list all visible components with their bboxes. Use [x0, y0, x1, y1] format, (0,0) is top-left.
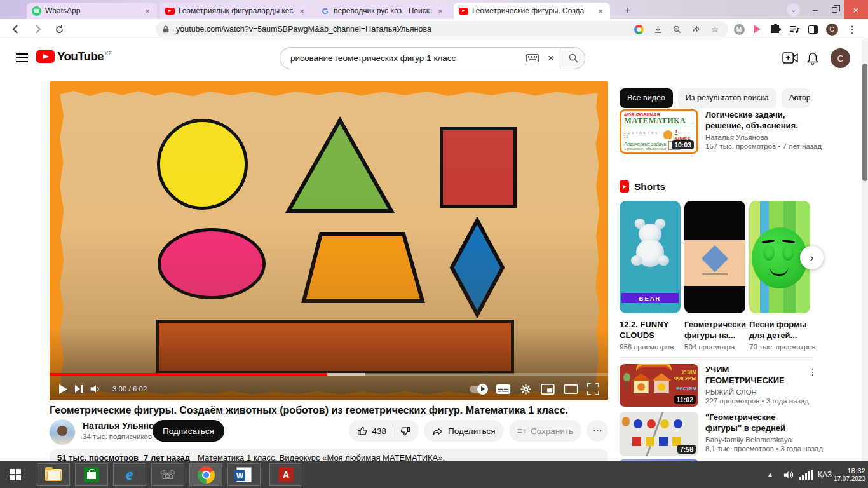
- tab-close-icon[interactable]: ×: [436, 6, 445, 16]
- divider: [620, 357, 813, 358]
- extensions-puzzle-icon[interactable]: [768, 22, 782, 36]
- guide-menu-icon[interactable]: [16, 53, 28, 62]
- start-button[interactable]: [0, 461, 31, 488]
- short-2[interactable]: [684, 201, 745, 313]
- short-3-caption[interactable]: Песни формы для детей... 70 тыс. просмот…: [749, 319, 811, 351]
- taskbar-ie-button[interactable]: e: [113, 463, 146, 486]
- new-tab-button[interactable]: +: [620, 3, 635, 18]
- subtitles-icon[interactable]: [496, 379, 511, 398]
- short-1[interactable]: BEAR: [620, 201, 681, 313]
- related-channel[interactable]: Baby-family Belomorskaya: [705, 436, 810, 444]
- window-minimize-button[interactable]: –: [806, 0, 825, 19]
- dislike-icon[interactable]: [400, 426, 410, 437]
- scrollbar-thumb[interactable]: [862, 64, 867, 181]
- shorts-icon: [620, 180, 629, 193]
- video-thumbnail[interactable]: УЧИМ ФИГУРЫ РИСУЕМ 11:02: [620, 364, 698, 407]
- tray-show-hidden-icon[interactable]: ▲: [763, 461, 778, 488]
- video-thumbnail[interactable]: МОЯ ЛЮБИМАЯ МАТЕМАТИКА 1 2 3 4 5 6 7 8 9…: [620, 109, 698, 154]
- tab-close-icon[interactable]: ×: [143, 6, 152, 16]
- tab-youtube-active[interactable]: Геометрические фигуры. Созда ×: [454, 3, 610, 19]
- volume-icon[interactable]: [90, 379, 102, 398]
- more-actions-button[interactable]: ⋯: [587, 420, 608, 442]
- browser-profile-avatar[interactable]: C: [825, 22, 839, 36]
- related-channel[interactable]: Наталья Ульянова: [705, 133, 810, 141]
- tray-network-icon[interactable]: [798, 461, 813, 488]
- window-close-button[interactable]: ×: [844, 0, 868, 19]
- shorts-next-chevron[interactable]: ›: [800, 246, 824, 269]
- related-video-3[interactable]: 7:58 "Геометрические фигуры" в средней г…: [620, 412, 862, 456]
- theater-mode-icon[interactable]: [564, 379, 578, 398]
- forward-icon[interactable]: [31, 22, 44, 36]
- share-page-icon[interactable]: [689, 22, 703, 36]
- related-channel[interactable]: РЫЖИЙ СЛОН: [705, 388, 810, 396]
- save-button[interactable]: ≡+ Сохранить: [509, 420, 581, 442]
- taskbar-store-button[interactable]: [75, 463, 108, 486]
- related-title[interactable]: Логические задачи, решение, объяснения. …: [705, 109, 810, 131]
- taskbar-fax-button[interactable]: ☏: [151, 463, 184, 486]
- progress-bar[interactable]: [50, 373, 608, 376]
- tab-close-icon[interactable]: ×: [596, 6, 605, 16]
- google-search-icon[interactable]: [632, 22, 646, 36]
- side-panel-icon[interactable]: [806, 22, 820, 36]
- related-title[interactable]: "Геометрические фигуры" в средней группе…: [705, 412, 810, 433]
- channel-avatar[interactable]: [50, 419, 75, 445]
- keyboard-icon[interactable]: [526, 54, 539, 62]
- youtube-account-avatar[interactable]: C: [831, 48, 850, 68]
- window-restore-button[interactable]: [825, 0, 844, 19]
- browser-toolbar: youtube.com/watch?v=5aumSBPawgM&ab_chann…: [0, 19, 868, 39]
- back-icon[interactable]: [9, 22, 23, 36]
- chip-author[interactable]: Автор: Н: [782, 88, 810, 108]
- youtube-icon: [459, 6, 468, 16]
- search-button[interactable]: [562, 47, 585, 69]
- related-video-2[interactable]: УЧИМ ФИГУРЫ РИСУЕМ 11:02 УЧИМ ГЕОМЕТРИЧЕ…: [620, 364, 862, 409]
- next-button[interactable]: [74, 379, 83, 398]
- taskbar-explorer-button[interactable]: [37, 463, 70, 486]
- create-video-icon[interactable]: [782, 52, 798, 66]
- extension-arrow-icon[interactable]: [750, 22, 764, 36]
- chip-all-videos[interactable]: Все видео: [620, 88, 673, 108]
- search-input[interactable]: рисование геометрических фигур 1 класс ×: [280, 47, 562, 69]
- like-dislike-pill[interactable]: 438: [349, 420, 419, 442]
- subscribe-button[interactable]: Подписаться: [153, 420, 224, 442]
- address-bar[interactable]: youtube.com/watch?v=5aumSBPawgM&ab_chann…: [156, 21, 728, 37]
- browser-menu-icon[interactable]: ⋮: [845, 22, 859, 36]
- miniplayer-icon[interactable]: [541, 379, 555, 398]
- youtube-logo[interactable]: YouTube KZ: [36, 50, 112, 63]
- video-thumbnail[interactable]: 7:58: [620, 412, 698, 456]
- page-scrollbar[interactable]: [862, 39, 868, 461]
- video-player[interactable]: 3:00 / 6:02: [50, 81, 608, 400]
- chips-chevron-icon[interactable]: ›: [792, 92, 796, 103]
- short-2-caption[interactable]: Геометрические фигуры на... 504 просмотр…: [684, 319, 746, 351]
- tab-whatsapp[interactable]: ☎ WhatsApp ×: [27, 3, 157, 19]
- house-art: [654, 381, 669, 393]
- fullscreen-icon[interactable]: [587, 379, 599, 398]
- zoom-icon[interactable]: [670, 22, 684, 36]
- settings-gear-icon[interactable]: [520, 379, 532, 398]
- related-video-1[interactable]: МОЯ ЛЮБИМАЯ МАТЕМАТИКА 1 2 3 4 5 6 7 8 9…: [620, 109, 862, 154]
- share-button[interactable]: Поделиться: [424, 420, 504, 442]
- like-icon[interactable]: [357, 426, 368, 437]
- install-icon[interactable]: [651, 22, 665, 36]
- tray-language-indicator[interactable]: ҚАЗ: [815, 461, 835, 488]
- extension-m-icon[interactable]: M: [732, 22, 746, 36]
- clear-search-icon[interactable]: ×: [543, 52, 559, 65]
- video-options-kebab-icon[interactable]: ⋮: [808, 367, 817, 377]
- reload-icon[interactable]: [52, 22, 66, 36]
- playlist-icon[interactable]: [787, 22, 801, 36]
- taskbar-acrobat-button[interactable]: A: [269, 463, 302, 486]
- tab-search-chevron-icon[interactable]: ⌄: [787, 3, 800, 17]
- tab-close-icon[interactable]: ×: [297, 6, 306, 16]
- short-1-caption[interactable]: 12.2. FUNNY CLOUDS (shap... 956 просмотр…: [620, 319, 681, 351]
- tray-clock[interactable]: 18:32 17.07.2023: [835, 461, 865, 488]
- tab-google-search[interactable]: G переводчик рус каз - Поиск в G ×: [315, 3, 450, 19]
- bookmark-star-icon[interactable]: ☆: [708, 22, 722, 36]
- taskbar-word-button[interactable]: W: [227, 463, 261, 486]
- related-title[interactable]: УЧИМ ГЕОМЕТРИЧЕСКИЕ ФИГУРЫ / Рисуем доми…: [705, 364, 810, 386]
- tab-youtube-kaz[interactable]: Геометриялық фигураларды кес ×: [160, 3, 311, 19]
- notifications-bell-icon[interactable]: [806, 51, 819, 68]
- autoplay-toggle[interactable]: [470, 379, 487, 398]
- play-button[interactable]: [58, 379, 68, 398]
- tray-volume-icon[interactable]: [780, 461, 797, 488]
- chip-from-search[interactable]: Из результатов поиска: [678, 88, 776, 108]
- taskbar-chrome-button[interactable]: [189, 463, 222, 486]
